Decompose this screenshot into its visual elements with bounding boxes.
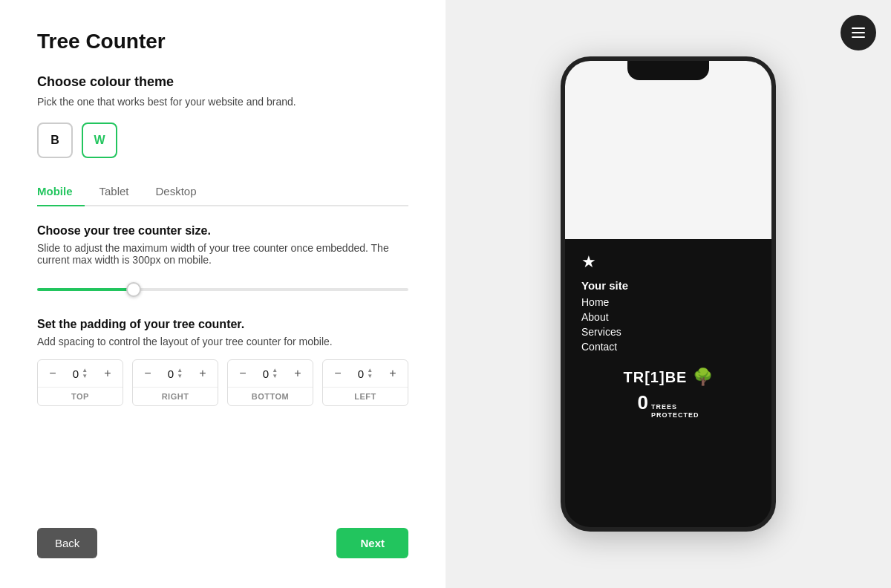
padding-top-control: − 0 ▲ ▼ + TOP xyxy=(37,359,123,406)
theme-light-button[interactable]: W xyxy=(82,122,117,158)
padding-right-down[interactable]: ▼ xyxy=(177,373,183,379)
theme-title: Choose colour theme xyxy=(37,74,408,90)
tab-tablet[interactable]: Tablet xyxy=(99,179,141,206)
padding-left-minus[interactable]: − xyxy=(330,366,345,381)
padding-bottom-plus[interactable]: + xyxy=(290,366,305,381)
tribe-logo: TR[1]BE 🌳 xyxy=(624,368,714,387)
star-icon: ★ xyxy=(581,252,755,272)
padding-top-row: − 0 ▲ ▼ + xyxy=(38,360,123,388)
padding-left-value: 0 xyxy=(358,368,364,380)
padding-section: Set the padding of your tree counter. Ad… xyxy=(37,318,408,406)
padding-right-minus[interactable]: − xyxy=(140,366,155,381)
phone-nav-home: Home xyxy=(581,296,755,308)
page-title: Tree Counter xyxy=(37,30,408,53)
theme-section: Choose colour theme Pick the one that wo… xyxy=(37,74,408,179)
tree-icon: 🌳 xyxy=(693,368,713,387)
padding-left-label: LEFT xyxy=(323,388,408,405)
phone-nav-about: About xyxy=(581,311,755,323)
padding-right-plus[interactable]: + xyxy=(195,366,210,381)
padding-right-label: RIGHT xyxy=(133,388,218,405)
padding-bottom-label: BOTTOM xyxy=(228,388,313,405)
padding-right-value: 0 xyxy=(168,368,174,380)
bottom-buttons: Back Next xyxy=(37,498,408,558)
phone-nav-services: Services xyxy=(581,326,755,338)
menu-fab-button[interactable] xyxy=(841,15,876,50)
padding-top-minus[interactable]: − xyxy=(45,366,60,381)
padding-left-row: − 0 ▲ ▼ + xyxy=(323,360,408,388)
size-section: Choose your tree counter size. Slide to … xyxy=(37,224,408,318)
size-subtitle: Slide to adjust the maximum width of you… xyxy=(37,242,408,266)
phone-notch xyxy=(627,61,709,80)
slider-container xyxy=(37,281,408,294)
padding-bottom-row: − 0 ▲ ▼ + xyxy=(228,360,313,388)
device-tabs: Mobile Tablet Desktop xyxy=(37,179,408,206)
left-panel: Tree Counter Choose colour theme Pick th… xyxy=(0,0,446,588)
padding-right-row: − 0 ▲ ▼ + xyxy=(133,360,218,388)
back-button[interactable]: Back xyxy=(37,528,97,558)
hamburger-icon xyxy=(852,27,865,38)
padding-bottom-minus[interactable]: − xyxy=(235,366,250,381)
counter-label: TREESPROTECTED xyxy=(651,403,699,419)
counter-number: 0 xyxy=(638,391,648,414)
padding-right-control: − 0 ▲ ▼ + RIGHT xyxy=(132,359,218,406)
padding-title: Set the padding of your tree counter. xyxy=(37,318,408,331)
padding-top-plus[interactable]: + xyxy=(100,366,115,381)
next-button[interactable]: Next xyxy=(336,528,408,558)
padding-bottom-control: − 0 ▲ ▼ + BOTTOM xyxy=(227,359,313,406)
size-slider[interactable] xyxy=(37,288,408,291)
phone-nav-contact: Contact xyxy=(581,341,755,353)
padding-top-value: 0 xyxy=(73,368,79,380)
theme-subtitle: Pick the one that works best for your we… xyxy=(37,96,408,108)
tribe-logo-text: TR[1]BE xyxy=(624,369,688,386)
padding-left-down[interactable]: ▼ xyxy=(367,373,373,379)
padding-top-label: TOP xyxy=(38,388,123,405)
phone-frame: ★ Your site Home About Services Contact … xyxy=(561,56,776,532)
phone-tribe-section: TR[1]BE 🌳 0 TREESPROTECTED xyxy=(581,368,755,419)
phone-content: ★ Your site Home About Services Contact … xyxy=(581,252,755,419)
phone-counter: 0 TREESPROTECTED xyxy=(638,391,699,419)
padding-top-down[interactable]: ▼ xyxy=(82,373,88,379)
theme-dark-button[interactable]: B xyxy=(37,122,73,158)
tab-desktop[interactable]: Desktop xyxy=(156,179,209,206)
phone-screen-top xyxy=(565,61,771,239)
padding-controls: − 0 ▲ ▼ + TOP − 0 xyxy=(37,359,408,406)
theme-buttons: B W xyxy=(37,122,408,158)
padding-bottom-down[interactable]: ▼ xyxy=(272,373,278,379)
padding-bottom-value: 0 xyxy=(263,368,269,380)
size-title: Choose your tree counter size. xyxy=(37,224,408,238)
right-panel: ★ Your site Home About Services Contact … xyxy=(446,0,891,588)
phone-site-name: Your site xyxy=(581,279,755,292)
padding-left-control: − 0 ▲ ▼ + LEFT xyxy=(322,359,408,406)
phone-preview: ★ Your site Home About Services Contact … xyxy=(561,56,776,532)
padding-left-plus[interactable]: + xyxy=(385,366,400,381)
phone-screen-bottom: ★ Your site Home About Services Contact … xyxy=(565,239,771,431)
tab-mobile[interactable]: Mobile xyxy=(37,179,85,206)
padding-subtitle: Add spacing to control the layout of you… xyxy=(37,336,408,347)
